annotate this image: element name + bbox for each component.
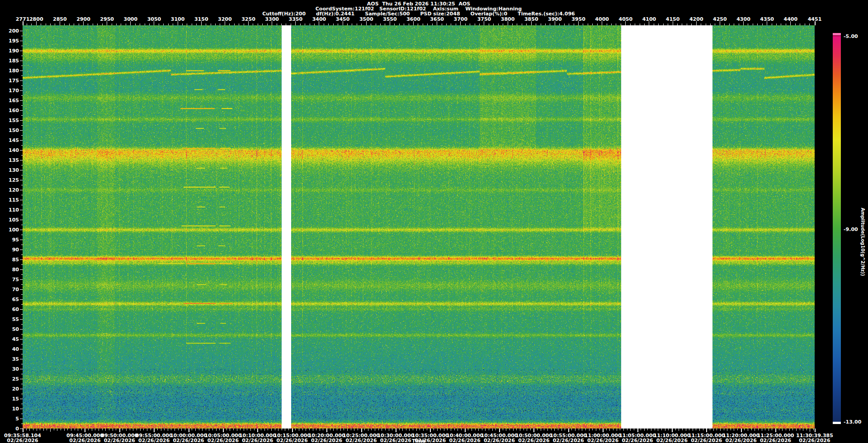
bottom-axis-tick: [751, 429, 752, 430]
bottom-axis-tick: [679, 429, 679, 431]
top-axis-label: 3050: [143, 16, 165, 22]
bottom-axis-tick: [524, 429, 524, 430]
bottom-axis-tick: [268, 429, 268, 430]
bottom-axis-tick: [420, 429, 420, 430]
bottom-axis-tick: [599, 429, 600, 430]
left-axis-label: 95: [0, 237, 19, 243]
bottom-axis-tick: [541, 429, 541, 431]
spectrogram-canvas[interactable]: [23, 25, 815, 429]
bottom-axis-tick: [102, 429, 103, 430]
left-axis-label: 15: [0, 396, 19, 402]
bottom-axis-tick: [509, 429, 510, 430]
bottom-axis-tick: [630, 429, 631, 431]
bottom-axis-tick: [29, 429, 30, 431]
bottom-axis-tick: [206, 429, 206, 430]
bottom-axis-tick: [775, 429, 776, 432]
left-axis-label: 60: [0, 306, 19, 312]
bottom-axis-tick: [454, 429, 455, 430]
bottom-axis-tick: [444, 429, 444, 431]
bottom-axis-tick: [140, 429, 141, 431]
bottom-axis-tick: [306, 429, 306, 431]
bottom-axis-tick: [465, 429, 466, 432]
bottom-axis-tick: [185, 429, 185, 430]
bottom-axis-tick: [195, 429, 196, 431]
top-axis-label: 3800: [496, 16, 519, 22]
bottom-axis-tick: [50, 429, 51, 432]
left-axis-label: 140: [0, 147, 19, 153]
bottom-axis-tick: [316, 429, 316, 430]
bottom-axis-tick: [682, 429, 683, 430]
spectrogram-app: AOS Thu 26 Feb 2026 11:30:25 AOS CoordSy…: [0, 0, 868, 443]
bottom-axis-tick: [282, 429, 282, 430]
left-axis-label: 35: [0, 356, 19, 362]
bottom-axis-tick: [237, 429, 237, 431]
bottom-axis-tick: [230, 429, 230, 431]
top-axis-label: 2800: [25, 16, 47, 22]
top-axis-label: 3950: [567, 16, 590, 22]
bottom-axis-tick: [789, 429, 790, 431]
bottom-axis-tick: [603, 429, 604, 432]
left-axis-label: 115: [0, 197, 19, 203]
bottom-axis-tick: [710, 429, 710, 430]
bottom-axis-tick: [23, 429, 24, 432]
top-axis-label: 3750: [473, 16, 495, 22]
bottom-axis-tick: [609, 429, 610, 431]
top-axis-label: 3900: [543, 16, 566, 22]
bottom-axis-tick: [434, 429, 434, 430]
colorbar: [833, 36, 841, 422]
bottom-axis-tick: [219, 429, 220, 430]
left-axis-label: 55: [0, 316, 19, 322]
bottom-axis-tick: [57, 429, 57, 431]
bottom-axis-tick: [347, 429, 348, 431]
bottom-axis-tick: [641, 429, 641, 430]
bottom-axis-tick: [592, 429, 593, 430]
bottom-axis-tick: [482, 429, 482, 430]
top-axis-label: 3550: [378, 16, 401, 22]
left-axis-label: 10: [0, 406, 19, 412]
bottom-axis-tick: [651, 429, 651, 431]
bottom-axis-tick: [337, 429, 337, 430]
bottom-axis-tick: [644, 429, 645, 431]
bottom-axis-tick: [292, 429, 293, 432]
bottom-axis-tick: [447, 429, 448, 430]
bottom-axis-tick: [75, 429, 75, 430]
bottom-axis-tick: [489, 429, 489, 430]
left-axis-label: 185: [0, 58, 19, 64]
bottom-axis-tick: [119, 429, 120, 432]
bottom-axis-tick: [668, 429, 669, 430]
bottom-axis-tick: [513, 429, 514, 431]
bottom-axis-tick: [71, 429, 71, 431]
bottom-axis-tick: [416, 429, 417, 431]
bottom-axis-tick: [620, 429, 620, 430]
bottom-axis-tick: [378, 429, 379, 430]
top-axis-label: 3350: [284, 16, 307, 22]
bottom-axis-tick: [617, 429, 617, 431]
bottom-axis-tick: [402, 429, 403, 431]
bottom-axis-tick: [734, 429, 734, 431]
bottom-axis-tick: [364, 429, 365, 430]
bottom-axis-tick: [271, 429, 272, 431]
bottom-axis-tick: [568, 429, 569, 432]
bottom-axis-tick: [413, 429, 413, 430]
bottom-axis-tick: [323, 429, 323, 430]
bottom-axis-tick: [199, 429, 199, 430]
bottom-axis-tick: [530, 429, 531, 430]
bottom-axis-tick: [696, 429, 696, 430]
bottom-axis-tick: [762, 429, 762, 431]
top-axis-label: 2900: [72, 16, 95, 22]
bottom-axis-tick: [288, 429, 289, 430]
bottom-axis-tick: [520, 429, 520, 431]
bottom-axis-tick: [796, 429, 797, 431]
bottom-axis-tick: [351, 429, 351, 430]
bottom-axis-tick: [741, 429, 742, 432]
bottom-axis-tick: [137, 429, 137, 430]
left-axis-label: 110: [0, 207, 19, 213]
bottom-axis-tick: [810, 429, 810, 432]
bottom-axis-tick: [178, 429, 179, 430]
bottom-axis-tick: [430, 429, 431, 432]
left-axis-label: 145: [0, 137, 19, 143]
bottom-axis-tick: [67, 429, 68, 430]
bottom-axis-tick: [579, 429, 579, 430]
bottom-axis-tick: [375, 429, 375, 431]
bottom-axis-tick: [247, 429, 247, 430]
